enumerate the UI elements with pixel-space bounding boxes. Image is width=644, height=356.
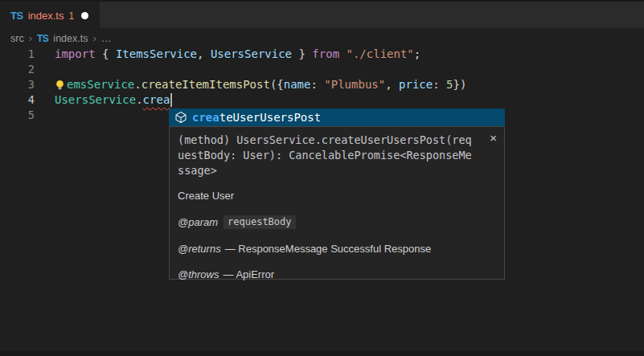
code-line[interactable]: 1import { ItemsService, UsersService } f… (0, 47, 644, 62)
text-cursor (170, 93, 172, 107)
code-token: { (96, 47, 116, 62)
code-text[interactable] (35, 62, 55, 77)
doc-tag-row: @throws— ApiError (178, 268, 504, 280)
code-line[interactable]: 4UsersService.crea (0, 92, 644, 108)
code-token: . (134, 77, 141, 92)
chevron-right-icon: › (29, 32, 32, 44)
suggest-rest-text: teUserUsersPost (219, 111, 321, 124)
doc-summary: Create User (178, 190, 504, 202)
code-token: crea (143, 92, 170, 108)
tab-index-ts[interactable]: TS index.ts 1 (0, 2, 100, 30)
method-signature: (method) UsersService.createUserUsersPos… (178, 133, 474, 178)
method-icon (174, 111, 187, 124)
code-token: "Plumbus" (324, 77, 385, 92)
breadcrumb-folder[interactable]: src (10, 33, 24, 44)
tag-description: — ApiError (224, 268, 275, 280)
code-token: ({ (270, 77, 284, 92)
param-name-chip: requestBody (224, 215, 295, 229)
close-icon[interactable]: × (490, 133, 497, 144)
code-token: "./client" (347, 47, 414, 62)
code-line[interactable]: 3emsService.createItemItemsPost({name: "… (0, 77, 644, 92)
code-text[interactable]: emsService.createItemItemsPost({name: "P… (35, 77, 466, 92)
vscode-window: TS index.ts 1 src › TS index.ts › … 1imp… (0, 0, 644, 356)
doc-tag-row: @paramrequestBody (178, 215, 504, 229)
code-line[interactable]: 2 (0, 62, 644, 77)
code-text[interactable]: UsersService.crea (35, 92, 172, 108)
line-number: 4 (0, 92, 35, 108)
code-token: 5 (446, 77, 453, 92)
suggest-docs-panel: (method) UsersService.createUserUsersPos… (169, 126, 505, 280)
code-token: createItemItemsPost (142, 77, 270, 92)
code-token: name (284, 77, 311, 92)
breadcrumb: src › TS index.ts › … (0, 30, 644, 47)
lightbulb-icon[interactable] (54, 79, 66, 91)
suggest-label: createUserUsersPost (192, 111, 321, 124)
code-token: , (385, 77, 399, 92)
typescript-file-icon: TS (37, 33, 48, 44)
typescript-file-icon: TS (10, 10, 23, 22)
jsdoc-tag: @returns (178, 243, 221, 255)
suggest-match-text: crea (192, 111, 219, 124)
code-token: : (310, 77, 324, 92)
line-number: 5 (0, 108, 35, 123)
doc-tags: @paramrequestBody@returns— ResponseMessa… (170, 215, 504, 280)
tag-description: — ResponseMessage Successful Response (225, 243, 432, 255)
code-token: emsService (67, 77, 134, 92)
code-token: UsersService (211, 47, 292, 62)
jsdoc-tag: @param (178, 216, 218, 228)
jsdoc-tag: @throws (178, 268, 219, 280)
line-number: 3 (0, 77, 35, 92)
code-token: , (197, 47, 211, 62)
line-number: 2 (0, 62, 35, 77)
tab-filename: index.ts (28, 10, 64, 22)
suggest-item-createUserUsersPost[interactable]: createUserUsersPost (169, 108, 505, 126)
tab-bar: TS index.ts 1 (0, 0, 644, 28)
line-number: 1 (0, 47, 35, 62)
chevron-right-icon: › (92, 32, 96, 44)
modified-dot-icon[interactable] (81, 12, 88, 19)
doc-tag-row: @returns— ResponseMessage Successful Res… (178, 243, 504, 255)
code-token: UsersService (55, 92, 136, 108)
code-token: . (136, 92, 142, 108)
code-token: : (433, 77, 446, 92)
code-token: ItemsService (116, 47, 197, 62)
code-token: ; (414, 47, 420, 62)
code-token: } (292, 47, 312, 62)
code-text[interactable]: import { ItemsService, UsersService } fr… (35, 47, 420, 62)
code-token: import (55, 47, 96, 62)
code-token: price (399, 77, 433, 92)
code-token (339, 47, 346, 62)
code-token: }) (453, 77, 467, 92)
breadcrumb-file[interactable]: index.ts (53, 33, 88, 44)
code-text[interactable] (35, 108, 55, 123)
code-token: from (312, 47, 339, 62)
tab-error-count: 1 (68, 10, 74, 22)
breadcrumb-more[interactable]: … (101, 33, 112, 44)
window-bottom-edge (0, 351, 644, 356)
